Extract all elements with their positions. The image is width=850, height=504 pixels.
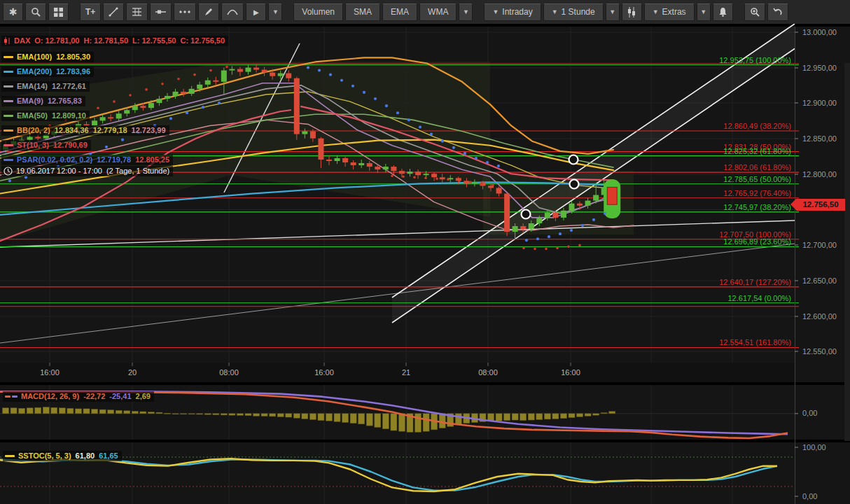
legend-row-st[interactable]: ST(10, 3)12.790,69 — [1, 140, 91, 150]
macd-bar — [19, 408, 25, 413]
extras-dropdown[interactable]: ▼Extras — [644, 4, 695, 21]
candle[interactable] — [529, 223, 534, 229]
candle[interactable] — [407, 172, 413, 174]
period-detail: (2 Tage, 1 Stunde) — [106, 167, 169, 176]
horizontal-line-tool-button[interactable] — [150, 4, 172, 21]
channel-handle[interactable] — [569, 155, 578, 164]
undo-button[interactable] — [767, 4, 788, 21]
candle[interactable] — [545, 213, 550, 218]
candle[interactable] — [278, 74, 284, 76]
candle[interactable] — [367, 163, 372, 167]
candle[interactable] — [593, 195, 599, 201]
candle[interactable] — [262, 70, 267, 73]
legend-row-ema14[interactable]: EMA(14)12.772,61 — [1, 81, 90, 92]
macd-legend[interactable]: MACD(12, 26, 9) -22,72 -25,41 2,69 — [3, 388, 154, 402]
current-candle[interactable] — [607, 187, 617, 204]
candle[interactable] — [496, 188, 502, 193]
volumen-button[interactable]: Volumen — [293, 4, 343, 21]
more-dropdown[interactable]: ▼ — [697, 4, 711, 21]
candle[interactable] — [464, 181, 469, 183]
fib-retracement-tool-button[interactable] — [126, 4, 148, 21]
legend-row-ema200[interactable]: EMA(200)12.783,96 — [1, 66, 94, 77]
legend-row-ema100[interactable]: EMA(100)12.805,30 — [1, 52, 94, 62]
candle[interactable] — [318, 139, 323, 160]
intraday-dropdown[interactable]: ▼Intraday — [484, 4, 541, 21]
settings-button[interactable]: ✱ — [3, 4, 23, 21]
channel-handle[interactable] — [522, 210, 531, 219]
legend-row-period: 19.06.2017 12:00 - 17:00 (2 Tage, 1 Stun… — [1, 166, 173, 176]
dotted-line-tool-button[interactable] — [174, 4, 196, 21]
fib-level-label: 12.765,92 (76.40%) — [723, 189, 791, 197]
candle[interactable] — [335, 158, 340, 161]
candle[interactable] — [472, 182, 478, 183]
sstoc-legend[interactable]: SSTOC(5, 5, 3) 61,80 61,65 — [3, 447, 122, 461]
candle[interactable] — [391, 167, 396, 171]
candle-icon — [4, 37, 11, 45]
bell-icon — [718, 7, 727, 17]
charttype-dropdown[interactable]: ▼ — [606, 4, 620, 21]
macd-bar — [270, 414, 276, 416]
candle[interactable] — [383, 167, 389, 169]
candle[interactable] — [561, 211, 566, 218]
candle[interactable] — [513, 226, 518, 232]
arc-tool-button[interactable] — [221, 4, 244, 21]
candle[interactable] — [399, 171, 405, 174]
legend-row-psar[interactable]: PSAR(0.02, 0.02, 0.2)12.719,7812.805,25 — [1, 155, 173, 165]
search-button[interactable] — [25, 4, 46, 21]
candle[interactable] — [552, 213, 558, 218]
candle[interactable] — [237, 69, 243, 72]
candle[interactable] — [375, 167, 380, 169]
sstoc-d-value: 61,65 — [99, 451, 118, 461]
pencil-tool-button[interactable] — [198, 4, 219, 21]
line-swatch-icon — [5, 396, 11, 398]
candle[interactable] — [358, 163, 364, 165]
draw-tools-dropdown[interactable]: ▼ — [268, 4, 282, 21]
candle[interactable] — [569, 204, 575, 211]
candle[interactable] — [286, 74, 291, 78]
layout-grid-icon — [54, 8, 63, 17]
channel-handle[interactable] — [570, 180, 579, 189]
candle[interactable] — [424, 174, 429, 175]
legend-row-ema50[interactable]: EMA(50)12.809,10 — [1, 111, 90, 121]
trendline-tool-button[interactable] — [103, 4, 124, 21]
candle[interactable] — [351, 162, 356, 165]
price-tick-label: 12.600,00 — [802, 313, 837, 321]
candle[interactable] — [431, 174, 437, 177]
wma-button[interactable]: WMA — [419, 4, 457, 21]
timeframe-dropdown[interactable]: ▼1 Stunde — [543, 4, 604, 21]
candle[interactable] — [302, 132, 307, 134]
candle[interactable] — [585, 201, 591, 206]
candle[interactable] — [253, 68, 259, 70]
period-range: 19.06.2017 12:00 - 17:00 — [16, 167, 102, 176]
text-tool-button[interactable]: T+ — [80, 4, 101, 21]
candle[interactable] — [270, 73, 275, 76]
candle[interactable] — [342, 158, 348, 162]
candle[interactable] — [246, 68, 251, 72]
marker-tool-button[interactable]: ▶ — [246, 4, 266, 21]
candle[interactable] — [415, 172, 421, 175]
sma-button[interactable]: SMA — [345, 4, 380, 21]
candle[interactable] — [310, 132, 316, 139]
candle[interactable] — [440, 177, 445, 179]
ema-button[interactable]: EMA — [382, 4, 417, 21]
legend-row-dax[interactable]: DAX O: 12.781,00 H: 12.781,50 L: 12.755,… — [1, 36, 228, 46]
candle[interactable] — [326, 160, 332, 161]
candle[interactable] — [520, 226, 526, 229]
candle-style-button[interactable] — [622, 4, 642, 21]
candle[interactable] — [229, 69, 235, 71]
last-price-value: 12.756,50 — [802, 200, 838, 209]
price-tick-label: 13.000,00 — [802, 29, 837, 36]
legend-row-bb[interactable]: BB(20, 2)12.834,3612.779,1812.723,99 — [1, 125, 169, 136]
candle[interactable] — [504, 194, 510, 232]
candle[interactable] — [294, 78, 300, 134]
candle[interactable] — [577, 204, 583, 206]
indicator-dropdown[interactable]: ▼ — [459, 4, 473, 21]
macd-bar — [326, 414, 333, 421]
legend-row-ema9[interactable]: EMA(9)12.765,83 — [1, 96, 85, 106]
price-tick-label: 12.650,00 — [802, 277, 837, 285]
alert-button[interactable] — [713, 4, 733, 21]
price-tick-label: 12.850,00 — [802, 135, 837, 143]
zoom-in-button[interactable] — [744, 4, 765, 21]
candle[interactable] — [536, 218, 542, 223]
layout-grid-button[interactable] — [48, 4, 69, 21]
